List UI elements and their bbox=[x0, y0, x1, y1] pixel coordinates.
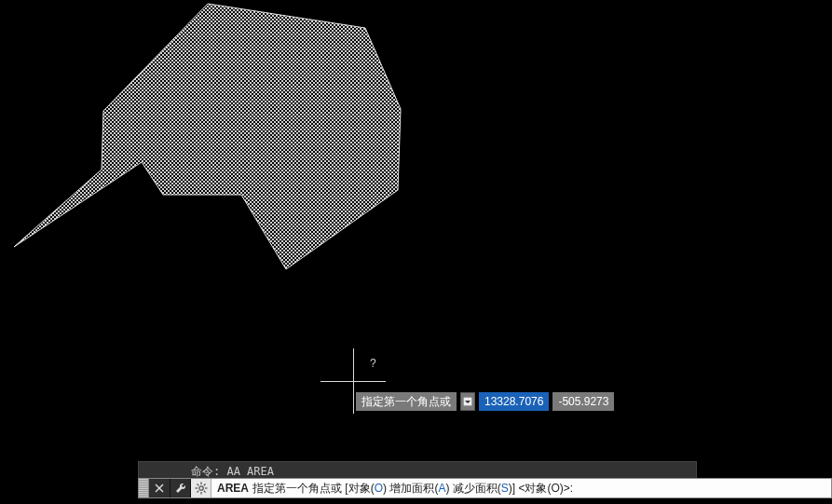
dynamic-input-tooltip: 指定第一个角点或 13328.7076 -505.9273 bbox=[356, 392, 614, 411]
command-default-option[interactable]: 对象(O) bbox=[525, 481, 563, 497]
command-bar-customize-button[interactable] bbox=[170, 479, 190, 497]
wrench-icon bbox=[174, 482, 187, 495]
command-bar: AREA 指定第一个角点或 [ 对象(O) 增加面积(A) 减少面积(S) ] … bbox=[138, 478, 832, 498]
svg-line-13 bbox=[197, 484, 198, 485]
svg-line-16 bbox=[197, 491, 198, 493]
command-bar-close-button[interactable] bbox=[149, 479, 170, 497]
svg-line-14 bbox=[203, 491, 205, 493]
model-space-canvas[interactable]: ? 指定第一个角点或 13328.7076 -505.9273 bbox=[0, 0, 832, 504]
command-option-subtract[interactable]: 减少面积(S) bbox=[453, 481, 512, 497]
command-prompt-prefix: 指定第一个角点或 [ bbox=[252, 481, 348, 497]
command-option-add[interactable]: 增加面积(A) bbox=[389, 481, 449, 497]
command-input[interactable]: AREA 指定第一个角点或 [ 对象(O) 增加面积(A) 减少面积(S) ] … bbox=[211, 479, 831, 497]
gear-icon bbox=[195, 482, 208, 495]
close-icon bbox=[154, 483, 165, 494]
command-name: AREA bbox=[217, 482, 249, 495]
svg-marker-3 bbox=[14, 4, 401, 269]
command-history-line: 命令: AA AREA bbox=[138, 461, 697, 478]
dropdown-icon bbox=[463, 397, 472, 406]
dynamic-input-options-dropdown[interactable] bbox=[460, 392, 475, 411]
cursor-question-badge: ? bbox=[370, 357, 376, 370]
command-bar-grip[interactable] bbox=[139, 479, 149, 497]
dynamic-input-x[interactable]: 13328.7076 bbox=[479, 392, 549, 411]
dynamic-input-y[interactable]: -505.9273 bbox=[552, 392, 614, 411]
area-highlight-shape bbox=[0, 0, 832, 504]
command-suffix: >: bbox=[564, 482, 573, 495]
svg-point-8 bbox=[198, 486, 202, 490]
command-bar-settings-button[interactable] bbox=[190, 479, 211, 497]
svg-line-15 bbox=[203, 484, 205, 485]
dynamic-input-prompt: 指定第一个角点或 bbox=[356, 392, 457, 411]
command-option-object[interactable]: 对象(O) bbox=[348, 481, 387, 497]
command-default-prefix: ] < bbox=[512, 482, 525, 495]
